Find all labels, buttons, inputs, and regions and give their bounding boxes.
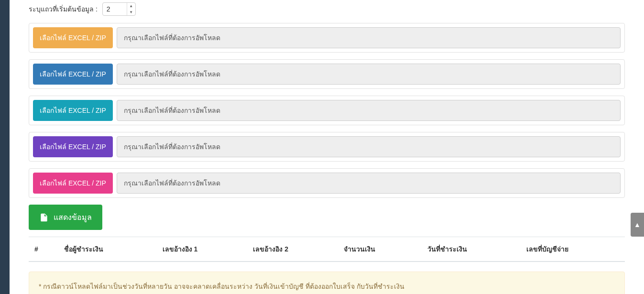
scroll-to-top-button[interactable]: ▲ — [631, 213, 644, 237]
file-display-3[interactable]: กรุณาเลือกไฟล์ที่ต้องการอัพโหลด — [117, 100, 621, 121]
results-table: # ชื่อผู้ชำระเงิน เลขอ้างอิง 1 เลขอ้างอิ… — [29, 237, 625, 262]
alert-line-1: * กรณีดาวน์โหลดไฟล์มาเป็นช่วงวันที่หลายว… — [39, 281, 615, 293]
col-payer: ชื่อผู้ชำระเงิน — [58, 237, 157, 262]
select-file-button-4[interactable]: เลือกไฟล์ EXCEL / ZIP — [33, 136, 113, 157]
col-amount: จำนวนเงิน — [338, 237, 422, 262]
file-display-1[interactable]: กรุณาเลือกไฟล์ที่ต้องการอัพโหลด — [117, 27, 621, 48]
file-upload-row-1: เลือกไฟล์ EXCEL / ZIP กรุณาเลือกไฟล์ที่ต… — [29, 23, 625, 53]
spinner-buttons: ▲ ▼ — [127, 3, 135, 15]
spinner-up[interactable]: ▲ — [127, 3, 135, 9]
select-file-button-3[interactable]: เลือกไฟล์ EXCEL / ZIP — [33, 100, 113, 121]
table-header-row: # ชื่อผู้ชำระเงิน เลขอ้างอิง 1 เลขอ้างอิ… — [29, 237, 625, 262]
start-row-label: ระบุแถวที่เริ่มต้นข้อมูล : — [29, 4, 98, 14]
select-file-button-1[interactable]: เลือกไฟล์ EXCEL / ZIP — [33, 27, 113, 48]
file-export-icon — [39, 213, 49, 222]
file-upload-row-3: เลือกไฟล์ EXCEL / ZIP กรุณาเลือกไฟล์ที่ต… — [29, 96, 625, 125]
show-data-label: แสดงข้อมูล — [54, 211, 92, 223]
start-row-input[interactable]: 2 ▲ ▼ — [102, 2, 136, 16]
start-row-group: ระบุแถวที่เริ่มต้นข้อมูล : 2 ▲ ▼ — [29, 0, 625, 23]
file-display-4[interactable]: กรุณาเลือกไฟล์ที่ต้องการอัพโหลด — [117, 136, 621, 157]
start-row-value: 2 — [107, 5, 110, 13]
col-num: # — [29, 237, 58, 262]
select-file-button-5[interactable]: เลือกไฟล์ EXCEL / ZIP — [33, 173, 113, 194]
file-display-2[interactable]: กรุณาเลือกไฟล์ที่ต้องการอัพโหลด — [117, 64, 621, 85]
sidebar — [0, 0, 10, 294]
chevron-up-icon: ▲ — [634, 221, 641, 229]
main-content: ระบุแถวที่เริ่มต้นข้อมูล : 2 ▲ ▼ เลือกไฟ… — [10, 0, 644, 294]
warning-alert: * กรณีดาวน์โหลดไฟล์มาเป็นช่วงวันที่หลายว… — [29, 272, 625, 294]
col-paydate: วันที่ชำระเงิน — [422, 237, 521, 262]
spinner-down[interactable]: ▼ — [127, 9, 135, 15]
col-account: เลขที่บัญชีจ่าย — [521, 237, 625, 262]
file-upload-row-4: เลือกไฟล์ EXCEL / ZIP กรุณาเลือกไฟล์ที่ต… — [29, 132, 625, 162]
file-upload-row-5: เลือกไฟล์ EXCEL / ZIP กรุณาเลือกไฟล์ที่ต… — [29, 168, 625, 198]
col-ref1: เลขอ้างอิง 1 — [157, 237, 248, 262]
select-file-button-2[interactable]: เลือกไฟล์ EXCEL / ZIP — [33, 64, 113, 85]
file-display-5[interactable]: กรุณาเลือกไฟล์ที่ต้องการอัพโหลด — [117, 173, 621, 194]
col-ref2: เลขอ้างอิง 2 — [247, 237, 338, 262]
show-data-button[interactable]: แสดงข้อมูล — [29, 205, 102, 230]
file-upload-row-2: เลือกไฟล์ EXCEL / ZIP กรุณาเลือกไฟล์ที่ต… — [29, 59, 625, 89]
